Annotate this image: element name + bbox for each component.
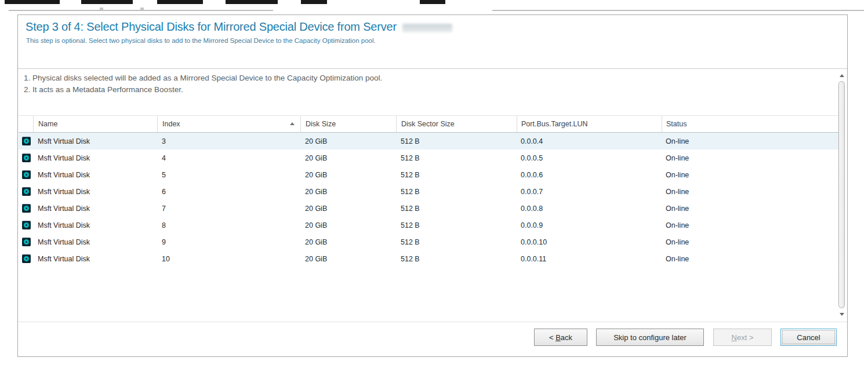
chevron-down-icon [840,313,844,316]
cell-name: Msft Virtual Disk [33,234,157,250]
cell-index: 9 [157,234,300,250]
cell-index: 5 [157,166,300,183]
cell-status: On-line [662,200,839,217]
disk-icon [22,137,31,145]
cell-status: On-line [662,149,839,166]
column-header-index[interactable]: Index [157,116,300,132]
wizard-header: Step 3 of 4: Select Physical Disks for M… [18,15,847,68]
window-edge-line [492,10,864,11]
instructions: 1. Physical disks selected will be added… [24,72,382,96]
cell-port-bus-target-lun: 0.0.0.8 [517,200,662,217]
disk-icon-ring [24,172,29,177]
cell-port-bus-target-lun: 0.0.0.9 [517,217,662,234]
cell-status: On-line [662,183,839,200]
cell-status: On-line [662,234,839,250]
cell-disk-size: 20 GiB [300,183,396,200]
disk-table: Name Index Disk Size Disk Sector Size Po… [19,115,839,267]
window-edge-line [9,10,273,11]
table-row[interactable]: Msft Virtual Disk 4 20 GiB 512 B 0.0.0.5… [19,149,839,166]
scroll-up-button[interactable] [838,72,845,79]
cell-status: On-line [662,250,839,267]
cell-disk-sector-size: 512 B [396,200,517,217]
table-body: Msft Virtual Disk 3 20 GiB 512 B 0.0.0.4… [19,133,839,267]
redacted-server-name [402,24,452,32]
cell-port-bus-target-lun: 0.0.0.7 [517,183,662,200]
disk-icon [22,170,31,179]
cell-port-bus-target-lun: 0.0.0.11 [517,250,662,267]
chevron-up-icon [840,74,844,77]
cell-disk-size: 20 GiB [300,250,396,267]
disk-icon [22,254,31,263]
scrollbar-thumb[interactable] [838,81,845,308]
cell-index: 4 [157,149,300,166]
column-header-name[interactable]: Name [33,116,157,132]
wizard-dialog: Step 3 of 4: Select Physical Disks for M… [17,14,848,357]
table-row[interactable]: Msft Virtual Disk 10 20 GiB 512 B 0.0.0.… [19,250,839,267]
cell-disk-sector-size: 512 B [396,183,517,200]
table-row[interactable]: Msft Virtual Disk 6 20 GiB 512 B 0.0.0.7… [19,183,839,200]
disk-icon [22,187,31,196]
disk-icon-ring [24,206,29,211]
next-button[interactable]: Next > [713,329,772,346]
disk-icon-ring [24,189,29,194]
column-header-label: Name [38,120,57,128]
table-row[interactable]: Msft Virtual Disk 8 20 GiB 512 B 0.0.0.9… [19,217,839,234]
disk-icon-ring [24,138,29,144]
cell-name: Msft Virtual Disk [33,149,157,166]
cell-port-bus-target-lun: 0.0.0.5 [517,149,662,166]
page-subtitle: This step is optional. Select two physic… [18,34,847,44]
sort-ascending-icon [290,122,295,125]
redacted-top-bar [420,0,445,4]
cell-name: Msft Virtual Disk [33,133,157,149]
cell-disk-size: 20 GiB [300,166,396,183]
disk-icon-ring [24,256,29,261]
cell-port-bus-target-lun: 0.0.0.10 [517,234,662,250]
cell-disk-sector-size: 512 B [396,149,517,166]
table-row[interactable]: Msft Virtual Disk 5 20 GiB 512 B 0.0.0.6… [19,166,839,183]
redacted-top-bar [157,0,203,4]
disk-icon [22,204,31,213]
cell-status: On-line [662,133,839,149]
column-header-status[interactable]: Status [662,116,839,132]
vertical-scrollbar[interactable] [838,70,845,319]
redacted-top-bar [301,0,327,4]
redacted-top-bar [5,0,60,4]
column-header-disk-size[interactable]: Disk Size [300,116,396,132]
skip-to-configure-later-button[interactable]: Skip to configure later [596,329,704,346]
cell-disk-sector-size: 512 B [396,234,517,250]
table-row[interactable]: Msft Virtual Disk 3 20 GiB 512 B 0.0.0.4… [19,133,839,149]
cell-disk-size: 20 GiB [300,200,396,217]
cell-name: Msft Virtual Disk [33,250,157,267]
column-header-label: Disk Size [306,120,336,128]
cell-disk-sector-size: 512 B [396,133,517,149]
cell-port-bus-target-lun: 0.0.0.6 [517,166,662,183]
cell-status: On-line [662,217,839,234]
back-button[interactable]: < Back [534,329,587,346]
cell-index: 3 [157,133,300,149]
cell-index: 10 [157,250,300,267]
instruction-line-2: 2. It acts as a Metadata Performance Boo… [24,84,382,96]
column-header-port-bus-target-lun[interactable]: Port.Bus.Target.LUN [517,116,662,132]
disk-icon [22,154,31,162]
table-row[interactable]: Msft Virtual Disk 9 20 GiB 512 B 0.0.0.1… [19,234,839,250]
column-header-label: Disk Sector Size [401,120,455,128]
cell-disk-size: 20 GiB [300,217,396,234]
scroll-down-button[interactable] [838,311,845,318]
content-panel: 1. Physical disks selected will be added… [18,68,847,321]
disk-icon [22,221,31,229]
redacted-top-bar [81,0,133,4]
cancel-button[interactable]: Cancel [780,329,837,346]
column-header-icon [19,116,33,132]
window-edge-tick [140,8,144,10]
window-edge-tick [100,8,103,10]
cell-disk-size: 20 GiB [300,133,396,149]
cell-status: On-line [662,166,839,183]
cell-name: Msft Virtual Disk [33,200,157,217]
cell-index: 8 [157,217,300,234]
table-row[interactable]: Msft Virtual Disk 7 20 GiB 512 B 0.0.0.8… [19,200,839,217]
cell-port-bus-target-lun: 0.0.0.4 [517,133,662,149]
cell-index: 6 [157,183,300,200]
column-header-disk-sector-size[interactable]: Disk Sector Size [396,116,517,132]
column-header-label: Port.Bus.Target.LUN [521,120,588,128]
disk-icon-ring [24,155,29,161]
